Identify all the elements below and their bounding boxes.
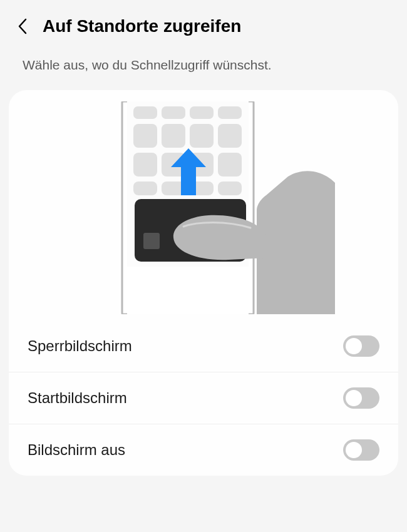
option-label: Startbildschirm [28,389,127,407]
option-lockscreen: Sperrbildschirm [9,320,398,372]
option-label: Sperrbildschirm [28,337,132,355]
svg-rect-19 [143,233,160,249]
svg-rect-5 [218,106,242,119]
svg-rect-3 [162,106,185,119]
back-icon[interactable] [14,18,31,35]
svg-rect-10 [133,153,157,176]
page-title: Auf Standorte zugreifen [43,16,241,36]
toggle-thumb [346,390,362,406]
toggle-screenoff[interactable] [343,439,379,461]
svg-rect-7 [162,124,185,148]
svg-rect-2 [133,106,157,119]
swipe-gesture-illustration [9,101,398,314]
svg-rect-14 [133,182,157,195]
svg-rect-17 [218,182,242,195]
toggle-thumb [346,442,362,458]
options-list: Sperrbildschirm Startbildschirm Bildschi… [9,314,398,476]
header: Auf Standorte zugreifen [0,0,407,49]
svg-rect-9 [218,124,242,148]
toggle-homescreen[interactable] [343,387,379,409]
option-screenoff: Bildschirm aus [9,424,398,476]
toggle-thumb [346,338,362,354]
svg-rect-20 [127,267,249,314]
svg-rect-8 [190,124,214,148]
svg-rect-13 [218,153,242,176]
option-label: Bildschirm aus [28,441,125,459]
page-description: Wähle aus, wo du Schnellzugriff wünschst… [0,49,407,90]
svg-rect-6 [133,124,157,148]
option-homescreen: Startbildschirm [9,372,398,424]
settings-card: Sperrbildschirm Startbildschirm Bildschi… [9,90,398,476]
svg-rect-4 [190,106,214,119]
toggle-lockscreen[interactable] [343,335,379,357]
